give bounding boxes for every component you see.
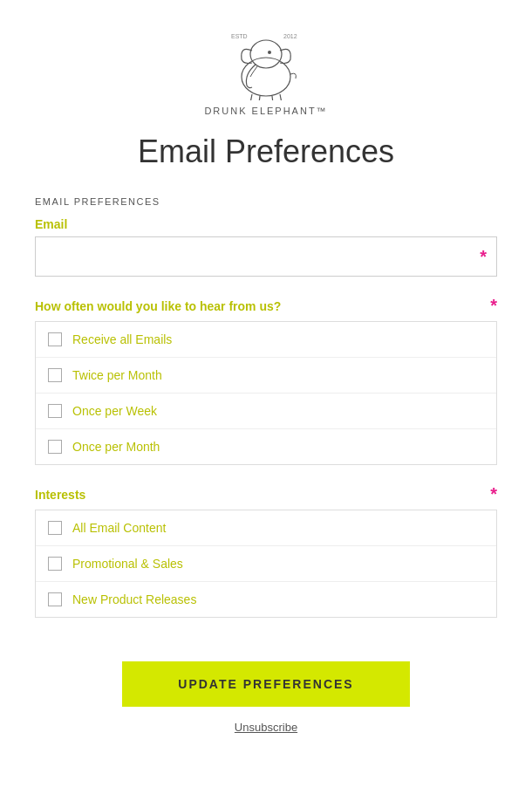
frequency-option-once-week: Once per Week [36,394,496,429]
page-wrapper: ESTD 2012 DRUNK ELEPHANT™ Ema [0,0,532,786]
frequency-option-once-month: Once per Month [36,429,496,464]
checkbox-twice-month[interactable] [48,368,62,382]
interests-required-star: * [490,484,497,504]
label-int-all-content[interactable]: All Email Content [72,521,166,535]
interests-label-row: Interests * [35,484,497,504]
checkbox-int-promo-sales[interactable] [48,557,62,571]
logo-area: ESTD 2012 DRUNK ELEPHANT™ [204,26,327,116]
svg-line-6 [272,96,273,100]
interest-option-promo-sales: Promotional & Sales [36,546,496,582]
label-int-new-products[interactable]: New Product Releases [72,592,196,606]
interests-field-group: Interests * All Email ContentPromotional… [35,484,497,618]
frequency-label: How often would you like to hear from us… [35,299,281,313]
label-twice-month[interactable]: Twice per Month [72,368,162,382]
email-input-wrapper: * [35,236,497,277]
frequency-label-row: How often would you like to hear from us… [35,296,497,316]
interest-option-new-products: New Product Releases [36,582,496,617]
label-once-month[interactable]: Once per Month [72,440,160,454]
checkbox-once-month[interactable] [48,440,62,454]
svg-line-7 [280,94,282,100]
svg-text:2012: 2012 [283,33,297,39]
page-title: Email Preferences [138,133,394,170]
frequency-option-receive-all: Receive all Emails [36,322,496,358]
email-input[interactable] [35,236,497,277]
update-preferences-button[interactable]: UPDATE PREFERENCES [122,661,410,707]
checkbox-int-new-products[interactable] [48,592,62,606]
svg-text:ESTD: ESTD [231,33,248,39]
form-container: EMAIL PREFERENCES Email * How often woul… [35,196,497,637]
checkbox-int-all-content[interactable] [48,521,62,535]
frequency-checkbox-group: Receive all EmailsTwice per MonthOnce pe… [35,321,497,465]
interests-checkbox-group: All Email ContentPromotional & SalesNew … [35,510,497,618]
checkbox-once-week[interactable] [48,404,62,418]
svg-line-4 [250,94,252,100]
frequency-option-twice-month: Twice per Month [36,358,496,394]
section-label: EMAIL PREFERENCES [35,196,497,207]
label-receive-all[interactable]: Receive all Emails [72,332,172,346]
email-label-row: Email [35,217,497,231]
svg-line-5 [259,96,260,100]
interest-option-all-content: All Email Content [36,510,496,546]
svg-point-8 [268,51,271,54]
svg-point-3 [250,40,282,68]
interests-label: Interests [35,488,85,502]
logo-image: ESTD 2012 [214,26,318,100]
email-field-group: Email * [35,217,497,277]
checkbox-receive-all[interactable] [48,332,62,346]
label-int-promo-sales[interactable]: Promotional & Sales [72,557,183,571]
email-label: Email [35,217,67,231]
frequency-field-group: How often would you like to hear from us… [35,296,497,465]
brand-name: DRUNK ELEPHANT™ [204,106,327,116]
label-once-week[interactable]: Once per Week [72,404,157,418]
unsubscribe-link[interactable]: Unsubscribe [235,721,297,734]
frequency-required-star: * [490,296,497,316]
